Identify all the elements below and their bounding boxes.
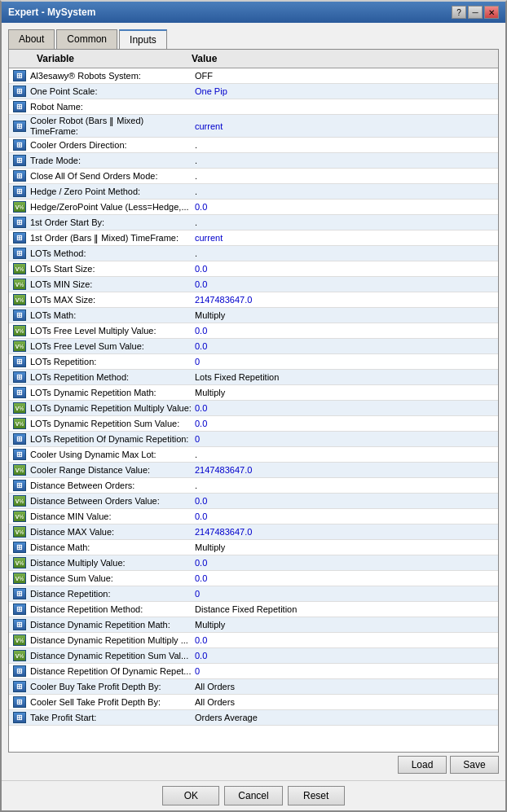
table-row[interactable]: V½LOTs MAX Size:2147483647.0 <box>9 292 498 308</box>
ok-button[interactable]: OK <box>162 786 219 805</box>
table-row[interactable]: ⊞Cooler Buy Take Profit Depth By:All Ord… <box>9 679 498 695</box>
row-variable-value: current <box>192 233 498 243</box>
row-variable-name: Distance Between Orders Value: <box>29 496 192 506</box>
row-variable-name: LOTs Dynamic Repetition Sum Value: <box>29 419 192 428</box>
table-row[interactable]: V½Hedge/ZeroPoint Value (Less=Hedge,...0… <box>9 200 498 215</box>
row-variable-name: Hedge / Zero Point Method: <box>29 187 192 196</box>
row-icon: V½ <box>11 417 29 430</box>
save-button[interactable]: Save <box>450 756 499 774</box>
close-button[interactable]: ✕ <box>484 6 499 19</box>
table-row[interactable]: ⊞Distance Dynamic Repetition Math:Multip… <box>9 617 498 633</box>
table-row[interactable]: ⊞Hedge / Zero Point Method:. <box>9 184 498 200</box>
row-variable-value: Multiply <box>192 310 498 320</box>
reset-button[interactable]: Reset <box>288 786 345 805</box>
table-row[interactable]: V½Distance MIN Value:0.0 <box>9 509 498 525</box>
row-icon: ⊞ <box>11 85 29 98</box>
row-variable-name: LOTs Start Size: <box>29 264 192 274</box>
table-row[interactable]: ⊞Distance Repetition Of Dynamic Repet...… <box>9 664 498 679</box>
table-row[interactable]: V½Distance Dynamic Repetition Multiply .… <box>9 633 498 648</box>
table-row[interactable]: V½LOTs Dynamic Repetition Multiply Value… <box>9 401 498 416</box>
row-variable-name: Distance Math: <box>29 542 192 552</box>
bottom-buttons: OK Cancel Reset <box>2 780 505 810</box>
table-row[interactable]: V½LOTs Start Size:0.0 <box>9 261 498 277</box>
row-icon: ⊞ <box>11 618 29 631</box>
table-row[interactable]: ⊞Robot Name: <box>9 99 498 115</box>
table-row[interactable]: ⊞Distance Repetition Method:Distance Fix… <box>9 602 498 617</box>
row-variable-name: Distance Dynamic Repetition Sum Val... <box>29 651 192 661</box>
tab-common[interactable]: Common <box>56 29 117 49</box>
table-row[interactable]: ⊞Close All Of Send Orders Mode:. <box>9 169 498 184</box>
table-header: Variable Value <box>9 50 498 68</box>
tab-about[interactable]: About <box>8 29 55 49</box>
table-row[interactable]: ⊞Al3esawy® Robots System:OFF <box>9 68 498 84</box>
row-icon: V½ <box>11 649 29 662</box>
row-variable-value: 0.0 <box>192 635 498 645</box>
numeric-type-icon: V½ <box>13 294 26 305</box>
param-type-icon: ⊞ <box>13 86 26 97</box>
table-row[interactable]: ⊞LOTs Repetition Of Dynamic Repetition:0 <box>9 432 498 447</box>
table-row[interactable]: V½LOTs MIN Size:0.0 <box>9 277 498 292</box>
numeric-type-icon: V½ <box>13 340 26 352</box>
numeric-type-icon: V½ <box>13 418 26 429</box>
table-body[interactable]: ⊞Al3esawy® Robots System:OFF⊞One Point S… <box>9 68 498 752</box>
load-button[interactable]: Load <box>398 756 447 774</box>
row-variable-name: LOTs MIN Size: <box>29 279 192 289</box>
row-icon: ⊞ <box>11 665 29 678</box>
table-row[interactable]: V½Distance Multiply Value:0.0 <box>9 555 498 571</box>
table-row[interactable]: ⊞Cooler Orders Direction:. <box>9 138 498 153</box>
tab-inputs[interactable]: Inputs <box>119 29 167 49</box>
table-row[interactable]: ⊞Take Profit Start:Orders Average <box>9 710 498 726</box>
table-row[interactable]: ⊞Cooler Robot (Bars ‖ Mixed) TimeFrame:c… <box>9 115 498 138</box>
table-row[interactable]: V½Cooler Range Distance Value:2147483647… <box>9 463 498 478</box>
table-row[interactable]: ⊞LOTs Method:. <box>9 246 498 261</box>
table-row[interactable]: ⊞Trade Mode:. <box>9 153 498 169</box>
row-icon: ⊞ <box>11 355 29 368</box>
row-icon: ⊞ <box>11 448 29 461</box>
row-icon: ⊞ <box>11 541 29 554</box>
table-row[interactable]: ⊞One Point Scale:One Pip <box>9 84 498 99</box>
table-row[interactable]: V½LOTs Free Level Multiply Value:0.0 <box>9 323 498 339</box>
numeric-type-icon: V½ <box>13 526 26 538</box>
row-icon: ⊞ <box>11 386 29 399</box>
row-icon: ⊞ <box>11 138 29 151</box>
table-row[interactable]: ⊞1st Order (Bars ‖ Mixed) TimeFrame:curr… <box>9 230 498 246</box>
table-row[interactable]: V½LOTs Free Level Sum Value:0.0 <box>9 339 498 354</box>
row-variable-value: 0 <box>192 357 498 366</box>
row-variable-value: . <box>192 156 498 165</box>
row-variable-value: 0.0 <box>192 403 498 413</box>
param-type-icon: ⊞ <box>13 665 26 677</box>
row-variable-name: LOTs Method: <box>29 248 192 258</box>
row-variable-value: Distance Fixed Repetition <box>192 604 498 614</box>
table-row[interactable]: ⊞Distance Math:Multiply <box>9 540 498 555</box>
row-variable-name: Hedge/ZeroPoint Value (Less=Hedge,... <box>29 202 192 212</box>
numeric-type-icon: V½ <box>13 650 26 661</box>
row-icon: ⊞ <box>11 711 29 724</box>
table-row[interactable]: V½Distance Between Orders Value:0.0 <box>9 494 498 509</box>
cancel-button[interactable]: Cancel <box>224 786 282 805</box>
table-row[interactable]: V½Distance Dynamic Repetition Sum Val...… <box>9 648 498 664</box>
table-row[interactable]: ⊞Distance Repetition:0 <box>9 586 498 602</box>
row-icon: ⊞ <box>11 696 29 709</box>
table-row[interactable]: V½Distance MAX Value:2147483647.0 <box>9 525 498 540</box>
row-variable-name: LOTs Repetition: <box>29 357 192 366</box>
table-row[interactable]: ⊞1st Order Start By:. <box>9 215 498 230</box>
header-variable: Variable <box>12 53 192 64</box>
help-button[interactable]: ? <box>452 6 466 19</box>
row-variable-name: LOTs Free Level Sum Value: <box>29 341 192 351</box>
row-variable-value: 0.0 <box>192 279 498 289</box>
param-type-icon: ⊞ <box>13 232 26 244</box>
table-row[interactable]: V½LOTs Dynamic Repetition Sum Value:0.0 <box>9 416 498 432</box>
row-icon: V½ <box>11 634 29 647</box>
table-row[interactable]: ⊞LOTs Repetition Method:Lots Fixed Repet… <box>9 370 498 385</box>
table-row[interactable]: ⊞Cooler Using Dynamic Max Lot:. <box>9 447 498 463</box>
row-icon: ⊞ <box>11 154 29 167</box>
minimize-button[interactable]: ─ <box>468 6 483 19</box>
table-row[interactable]: ⊞Distance Between Orders:. <box>9 478 498 494</box>
table-row[interactable]: ⊞LOTs Math:Multiply <box>9 308 498 323</box>
table-row[interactable]: V½Distance Sum Value:0.0 <box>9 571 498 586</box>
table-row[interactable]: ⊞LOTs Dynamic Repetition Math:Multiply <box>9 385 498 401</box>
table-row[interactable]: ⊞LOTs Repetition:0 <box>9 354 498 370</box>
row-icon: V½ <box>11 324 29 337</box>
table-row[interactable]: ⊞Cooler Sell Take Profit Depth By:All Or… <box>9 695 498 710</box>
param-type-icon: ⊞ <box>13 248 26 259</box>
